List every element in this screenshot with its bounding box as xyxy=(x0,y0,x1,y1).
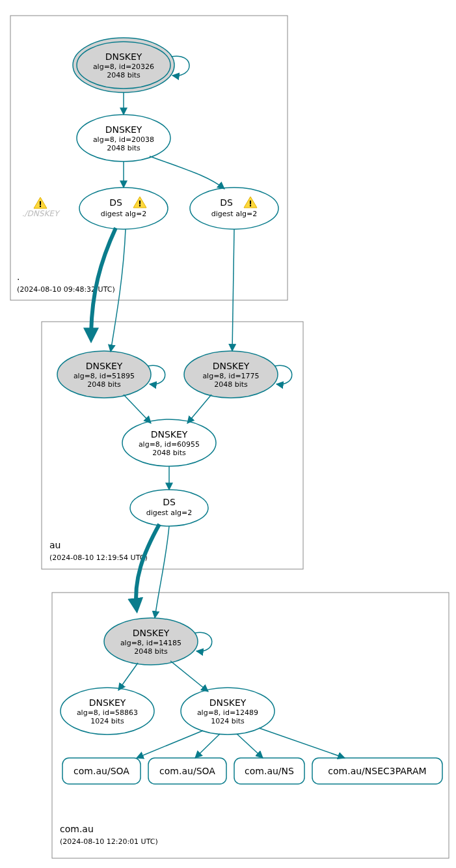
rr-soa1-node: com.au/SOA xyxy=(62,758,141,784)
svg-text:alg=8, id=58863: alg=8, id=58863 xyxy=(77,708,138,717)
edge-zsk2-nsec3 xyxy=(259,728,345,758)
svg-text:DS: DS xyxy=(109,197,122,208)
edge-zsk2-soa1 xyxy=(137,731,203,758)
zone-au: au (2024-08-10 12:19:54 UTC) DNSKEY alg=… xyxy=(42,228,303,569)
svg-text:DNSKEY: DNSKEY xyxy=(105,51,142,62)
svg-text:1024 bits: 1024 bits xyxy=(90,717,124,725)
svg-text:com.au/NS: com.au/NS xyxy=(245,766,294,776)
svg-text:alg=8, id=51895: alg=8, id=51895 xyxy=(74,372,135,380)
faded-dnskey-label: ./DNSKEY xyxy=(22,209,60,218)
root-zsk-node: DNSKEY alg=8, id=20038 2048 bits xyxy=(77,115,170,161)
svg-text:DS: DS xyxy=(220,197,233,208)
svg-text:DNSKEY: DNSKEY xyxy=(105,124,142,135)
svg-text:com.au/SOA: com.au/SOA xyxy=(74,766,129,776)
root-ds1-node: DS digest alg=2 xyxy=(79,188,168,229)
zone-au-timestamp: (2024-08-10 12:19:54 UTC) xyxy=(49,553,148,562)
warning-icon xyxy=(34,197,47,209)
edge-zsk2-soa2 xyxy=(195,734,220,758)
svg-text:alg=8, id=1775: alg=8, id=1775 xyxy=(202,372,259,380)
zone-comau: com.au (2024-08-10 12:20:01 UTC) DNSKEY … xyxy=(52,524,449,858)
au-ds-node: DS digest alg=2 xyxy=(130,490,208,526)
au-ksk1-node: DNSKEY alg=8, id=51895 2048 bits xyxy=(57,351,151,398)
rr-nsec3-node: com.au/NSEC3PARAM xyxy=(312,758,442,784)
rr-soa2-node: com.au/SOA xyxy=(148,758,226,784)
svg-text:1024 bits: 1024 bits xyxy=(211,717,245,725)
svg-text:DNSKEY: DNSKEY xyxy=(209,697,247,708)
svg-text:2048 bits: 2048 bits xyxy=(214,380,248,389)
zone-root-timestamp: (2024-08-10 09:48:32 UTC) xyxy=(17,285,115,294)
svg-text:DNSKEY: DNSKEY xyxy=(133,628,170,638)
edge-comauksk-zsk1 xyxy=(118,663,138,690)
svg-text:digest alg=2: digest alg=2 xyxy=(101,210,146,218)
svg-text:alg=8, id=14185: alg=8, id=14185 xyxy=(120,639,181,647)
edge-auds-comauksk-thick xyxy=(136,524,159,609)
edge-zsk2-ns xyxy=(237,734,263,758)
svg-text:DS: DS xyxy=(163,497,176,507)
svg-text:2048 bits: 2048 bits xyxy=(107,144,141,152)
svg-text:alg=8, id=20038: alg=8, id=20038 xyxy=(93,135,154,144)
svg-point-14 xyxy=(190,188,278,229)
rr-ns-node: com.au/NS xyxy=(234,758,304,784)
root-ds2-node: DS digest alg=2 xyxy=(190,188,278,229)
svg-text:2048 bits: 2048 bits xyxy=(152,449,186,457)
svg-text:com.au/NSEC3PARAM: com.au/NSEC3PARAM xyxy=(328,766,426,776)
svg-text:2048 bits: 2048 bits xyxy=(134,647,168,656)
svg-point-11 xyxy=(79,188,168,229)
svg-text:DNSKEY: DNSKEY xyxy=(213,361,250,371)
edge-ds2-auksk2 xyxy=(232,229,234,351)
zone-comau-label: com.au xyxy=(60,824,94,834)
svg-text:com.au/SOA: com.au/SOA xyxy=(159,766,215,776)
svg-text:digest alg=2: digest alg=2 xyxy=(146,509,192,517)
comau-ksk-node: DNSKEY alg=8, id=14185 2048 bits xyxy=(104,618,198,665)
svg-text:DNSKEY: DNSKEY xyxy=(89,697,126,708)
edge-rootzsk-ds2 xyxy=(150,156,224,189)
comau-zsk1-node: DNSKEY alg=8, id=58863 1024 bits xyxy=(60,688,154,735)
dnssec-graph: ! . (2024-08-10 09:48:32 UTC) ./DNSKEY D… xyxy=(0,0,456,868)
svg-text:alg=8, id=20326: alg=8, id=20326 xyxy=(93,63,154,71)
au-ksk2-node: DNSKEY alg=8, id=1775 2048 bits xyxy=(184,351,278,398)
svg-text:DNSKEY: DNSKEY xyxy=(151,429,188,440)
edge-auds-comauksk xyxy=(155,526,169,618)
svg-point-30 xyxy=(130,490,208,526)
svg-text:alg=8, id=60955: alg=8, id=60955 xyxy=(139,440,200,449)
au-zsk-node: DNSKEY alg=8, id=60955 2048 bits xyxy=(122,419,216,466)
svg-text:2048 bits: 2048 bits xyxy=(87,380,121,389)
svg-text:alg=8, id=12489: alg=8, id=12489 xyxy=(197,708,258,717)
svg-text:digest alg=2: digest alg=2 xyxy=(211,210,257,218)
edge-comauksk-zsk2 xyxy=(170,661,208,692)
zone-root: . (2024-08-10 09:48:32 UTC) ./DNSKEY DNS… xyxy=(10,16,288,300)
zone-root-label: . xyxy=(17,272,20,282)
root-ksk-node: DNSKEY alg=8, id=20326 2048 bits xyxy=(73,38,174,92)
comau-zsk2-node: DNSKEY alg=8, id=12489 1024 bits xyxy=(181,688,275,735)
zone-comau-timestamp: (2024-08-10 12:20:01 UTC) xyxy=(60,837,158,846)
svg-text:DNSKEY: DNSKEY xyxy=(86,361,123,371)
edge-auksk2-auzsk xyxy=(187,395,211,423)
svg-text:2048 bits: 2048 bits xyxy=(107,71,141,79)
zone-au-label: au xyxy=(49,540,60,550)
edge-auksk1-auzsk xyxy=(124,395,151,423)
